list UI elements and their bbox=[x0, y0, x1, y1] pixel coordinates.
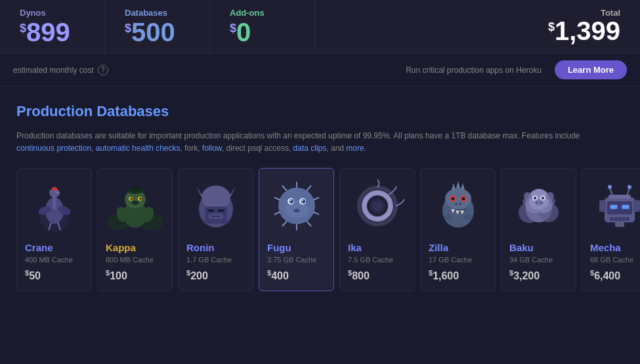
svg-rect-108 bbox=[608, 195, 631, 199]
svg-point-15 bbox=[129, 187, 142, 192]
svg-point-105 bbox=[608, 185, 612, 189]
svg-line-36 bbox=[313, 197, 319, 200]
mecha-icon bbox=[590, 176, 640, 235]
svg-rect-103 bbox=[633, 200, 640, 212]
kappa-cache: 800 MB Cache bbox=[106, 256, 164, 264]
ika-name: Ika bbox=[348, 242, 406, 253]
db-card-ronin[interactable]: Ronin 1.7 GB Cache $200 bbox=[178, 168, 253, 291]
kappa-icon bbox=[106, 176, 165, 235]
svg-point-81 bbox=[523, 198, 529, 205]
db-card-crane[interactable]: Crane 400 MB Cache $50 bbox=[16, 168, 92, 291]
svg-line-43 bbox=[282, 186, 287, 191]
svg-point-49 bbox=[290, 200, 291, 201]
svg-point-89 bbox=[540, 201, 542, 204]
crane-icon bbox=[25, 176, 84, 235]
monthly-label: estimated monthly cost ? bbox=[13, 65, 108, 75]
crane-image bbox=[25, 176, 84, 235]
svg-rect-28 bbox=[207, 209, 214, 212]
zilla-icon bbox=[429, 176, 488, 235]
ronin-image bbox=[186, 176, 245, 235]
heroku-promo-text: Run critical production apps on Heroku bbox=[406, 66, 542, 75]
svg-marker-59 bbox=[452, 183, 456, 190]
kappa-name: Kappa bbox=[106, 242, 164, 253]
svg-rect-102 bbox=[599, 200, 606, 212]
kappa-image bbox=[106, 176, 165, 235]
ronin-cache: 1.7 GB Cache bbox=[186, 256, 245, 264]
fugu-icon bbox=[267, 176, 326, 235]
db-card-fugu[interactable]: Fugu 3.75 GB Cache $400 bbox=[259, 168, 334, 291]
mecha-image bbox=[590, 176, 640, 235]
db-card-baku[interactable]: Baku 34 GB Cache $3,200 bbox=[501, 168, 576, 291]
total-cost: Total $1,399 bbox=[509, 0, 640, 53]
ika-image bbox=[348, 176, 407, 235]
health-checks-link[interactable]: automatic health checks bbox=[96, 144, 181, 153]
crane-cache: 400 MB Cache bbox=[25, 256, 83, 264]
svg-point-71 bbox=[444, 214, 452, 220]
help-icon[interactable]: ? bbox=[98, 65, 108, 75]
baku-name: Baku bbox=[509, 242, 568, 253]
svg-rect-97 bbox=[610, 217, 629, 221]
fugu-price: $400 bbox=[267, 269, 326, 282]
svg-point-66 bbox=[455, 203, 458, 205]
svg-line-40 bbox=[282, 221, 287, 226]
svg-line-37 bbox=[313, 212, 319, 214]
section-title: Production Databases bbox=[16, 103, 624, 120]
data-clips-link[interactable]: data clips bbox=[293, 144, 327, 153]
svg-rect-96 bbox=[622, 205, 629, 209]
db-card-kappa[interactable]: Kappa 800 MB Cache $100 bbox=[97, 168, 173, 291]
ika-icon bbox=[348, 176, 407, 235]
databases-label: Databases bbox=[125, 8, 190, 18]
svg-point-24 bbox=[202, 186, 230, 209]
learn-more-button[interactable]: Learn More bbox=[555, 60, 627, 79]
svg-point-88 bbox=[536, 201, 538, 204]
mecha-name: Mecha bbox=[590, 242, 640, 253]
svg-marker-60 bbox=[456, 181, 460, 188]
svg-line-35 bbox=[307, 186, 311, 191]
monthly-bar: estimated monthly cost ? Run critical pr… bbox=[0, 54, 640, 87]
db-card-zilla[interactable]: Zilla 17 GB Cache $1,600 bbox=[420, 168, 496, 291]
ika-price: $800 bbox=[348, 269, 406, 282]
dynos-label: Dynos bbox=[20, 8, 85, 18]
db-card-ika[interactable]: Ika 7.5 GB Cache $800 bbox=[339, 168, 415, 291]
db-card-mecha[interactable]: Mecha 68 GB Cache $6,400 bbox=[582, 168, 640, 291]
svg-point-86 bbox=[542, 197, 544, 199]
svg-point-65 bbox=[462, 197, 465, 201]
svg-marker-61 bbox=[461, 183, 465, 190]
svg-point-20 bbox=[131, 201, 139, 205]
cost-spacer bbox=[315, 0, 509, 53]
ronin-name: Ronin bbox=[186, 242, 245, 253]
section-description: Production databases are suitable for im… bbox=[16, 130, 607, 155]
svg-point-64 bbox=[452, 197, 455, 201]
ronin-icon bbox=[186, 176, 245, 235]
svg-point-19 bbox=[140, 198, 142, 200]
svg-point-18 bbox=[131, 198, 133, 200]
more-link[interactable]: more bbox=[346, 144, 364, 153]
dynos-value: $899 bbox=[20, 19, 85, 45]
svg-line-42 bbox=[274, 197, 280, 200]
addons-cost: Add-ons $0 bbox=[210, 0, 315, 53]
svg-rect-29 bbox=[218, 209, 224, 212]
zilla-price: $1,600 bbox=[429, 269, 487, 282]
baku-icon bbox=[509, 176, 568, 235]
svg-point-56 bbox=[372, 201, 383, 211]
svg-point-4 bbox=[52, 187, 57, 191]
svg-line-38 bbox=[307, 221, 311, 226]
svg-point-48 bbox=[301, 199, 305, 203]
zilla-image bbox=[429, 176, 488, 235]
svg-rect-32 bbox=[203, 220, 228, 224]
baku-cache: 34 GB Cache bbox=[509, 256, 568, 264]
svg-point-107 bbox=[628, 185, 631, 189]
zilla-name: Zilla bbox=[429, 242, 487, 253]
mecha-cache: 68 GB Cache bbox=[590, 256, 640, 264]
databases-cost: Databases $500 bbox=[105, 0, 210, 53]
svg-line-41 bbox=[274, 212, 280, 214]
svg-point-58 bbox=[445, 188, 471, 209]
fugu-image bbox=[267, 176, 326, 235]
dynos-cost: Dynos $899 bbox=[0, 0, 105, 53]
continuous-protection-link[interactable]: continuous protection bbox=[16, 144, 91, 153]
svg-point-67 bbox=[459, 203, 461, 205]
follow-link[interactable]: follow bbox=[202, 144, 222, 153]
svg-point-72 bbox=[464, 214, 472, 220]
ika-cache: 7.5 GB Cache bbox=[348, 256, 406, 264]
cost-bar: Dynos $899 Databases $500 Add-ons $0 Tot… bbox=[0, 0, 640, 54]
